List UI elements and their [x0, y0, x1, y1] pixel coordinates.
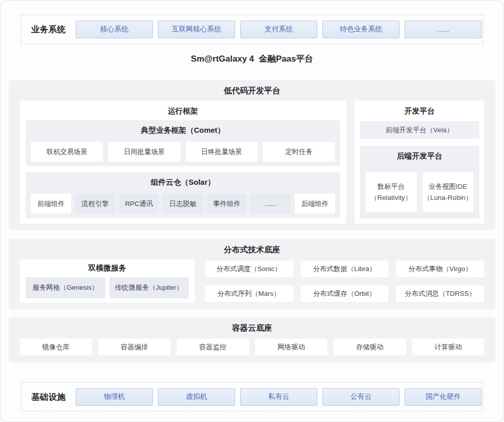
luna-robin-card-codename: （Luna-Robin） [423, 192, 472, 203]
infrastructure-box: 公有云 [322, 388, 400, 406]
business-system-box: 互联网核心系统 [158, 21, 235, 38]
infrastructure-box: 物理机 [76, 388, 153, 406]
infrastructure-items: 物理机 虚拟机 私有云 公有云 国产化硬件 [76, 388, 482, 406]
container-cloud-items: 镜像仓库 容器编排 容器监控 网络驱动 存储驱动 计算驱动 [20, 339, 484, 355]
dualmode-title: 双模微服务 [26, 262, 189, 274]
comet-item: 定时任务 [263, 142, 335, 162]
comet-item: 联机交易场景 [31, 142, 103, 162]
distributed-base-section: 分布式技术底座 双模微服务 服务网格（Genesis） 传统微服务（Jupite… [9, 239, 495, 309]
container-cloud-section: 容器云底座 镜像仓库 容器编排 容器监控 网络驱动 存储驱动 计算驱动 [9, 317, 495, 362]
solar-chip: ...... [251, 194, 291, 214]
genesis-mesh-card: 服务网格（Genesis） [26, 277, 105, 298]
business-systems-items: 核心系统 互联网核心系统 支付系统 特色业务系统 ...... [76, 21, 482, 38]
luna-robin-card-name: 业务视图IDE [428, 181, 467, 192]
runtime-framework-title: 运行框架 [26, 105, 340, 117]
distributed-service-card: 分布式消息（TDRSS） [396, 285, 484, 302]
distributed-service-card: 分布式序列（Mars） [205, 285, 293, 302]
comet-framework-title: 典型业务框架（Comet） [31, 124, 335, 136]
solar-component-title: 组件云仓（Solar） [31, 176, 335, 188]
business-systems-label: 业务系统 [21, 24, 76, 35]
dev-platform-title: 开发平台 [360, 105, 479, 117]
infrastructure-box: 虚拟机 [158, 388, 235, 406]
comet-items: 联机交易场景 日间批量场景 日终批量场景 定时任务 [31, 142, 335, 162]
solar-chip: 事件组件 [207, 194, 247, 214]
runtime-framework-panel: 运行框架 典型业务框架（Comet） 联机交易场景 日间批量场景 日终批量场景 … [20, 100, 346, 224]
backend-dev-panel: 后端开发平台 数标平台 （Relativity） 业务视图IDE （Luna-R… [360, 146, 479, 219]
relativity-card: 数标平台 （Relativity） [366, 172, 417, 212]
dualmode-microservice-panel: 双模微服务 服务网格（Genesis） 传统微服务（Jupiter） [20, 259, 195, 303]
infrastructure-box: 国产化硬件 [405, 388, 482, 406]
vela-frontend-card: 前端开发平台（Vela） [360, 121, 479, 139]
infrastructure-box: 私有云 [240, 388, 317, 406]
container-cloud-card: 镜像仓库 [20, 339, 92, 355]
solar-items: 前端组件 流程引擎 RPC通讯 日志脱敏 事件组件 ...... 后端组件 [31, 194, 335, 214]
backend-dev-title: 后端开发平台 [366, 150, 473, 162]
relativity-card-name: 数标平台 [377, 181, 405, 192]
distributed-service-card: 分布式调度（Sonic） [205, 260, 293, 277]
dualmode-cards: 服务网格（Genesis） 传统微服务（Jupiter） [26, 277, 189, 298]
backend-dev-cards: 数标平台 （Relativity） 业务视图IDE （Luna-Robin） [366, 172, 473, 212]
comet-item: 日终批量场景 [186, 142, 258, 162]
infrastructure-band: 基础设施 物理机 虚拟机 私有云 公有云 国产化硬件 [21, 382, 483, 411]
distributed-service-card: 分布式事物（Virgo） [396, 260, 484, 277]
distributed-base-title: 分布式技术底座 [20, 243, 484, 256]
solar-item-frontend: 前端组件 [31, 194, 71, 214]
solar-chip: RPC通讯 [119, 194, 159, 214]
distributed-services-grid: 分布式调度（Sonic） 分布式数据（Libra） 分布式事物（Virgo） 分… [205, 259, 484, 303]
dev-platform-panel: 开发平台 前端开发平台（Vela） 后端开发平台 数标平台 （Relativit… [355, 100, 484, 224]
platform-title: Sm@rtGalaxy 4 金融Paas平台 [9, 53, 495, 65]
infrastructure-label: 基础设施 [21, 391, 76, 403]
distributed-service-card: 分布式缓存（Orbit） [301, 285, 389, 302]
container-cloud-title: 容器云底座 [20, 322, 484, 335]
business-system-box: ...... [405, 21, 482, 38]
comet-framework-panel: 典型业务框架（Comet） 联机交易场景 日间批量场景 日终批量场景 定时任务 [26, 120, 340, 166]
comet-item: 日间批量场景 [108, 142, 180, 162]
jupiter-microservice-card: 传统微服务（Jupiter） [109, 277, 189, 298]
container-cloud-card: 容器监控 [177, 339, 249, 355]
solar-item-backend: 后端组件 [295, 194, 335, 214]
container-cloud-card: 计算驱动 [412, 339, 485, 355]
distributed-body: 双模微服务 服务网格（Genesis） 传统微服务（Jupiter） 分布式调度… [20, 259, 484, 303]
lowcode-body: 运行框架 典型业务框架（Comet） 联机交易场景 日间批量场景 日终批量场景 … [20, 100, 484, 224]
business-system-box: 支付系统 [240, 21, 317, 38]
business-system-box: 特色业务系统 [322, 21, 400, 38]
solar-chip: 日志脱敏 [163, 194, 203, 214]
solar-chip: 流程引擎 [75, 194, 115, 214]
luna-robin-card: 业务视图IDE （Luna-Robin） [423, 172, 474, 212]
container-cloud-card: 网络驱动 [255, 339, 328, 355]
solar-component-panel: 组件云仓（Solar） 前端组件 流程引擎 RPC通讯 日志脱敏 事件组件 ..… [26, 172, 340, 218]
relativity-card-codename: （Relativity） [370, 192, 412, 203]
container-cloud-card: 容器编排 [98, 339, 171, 355]
lowcode-platform-section: 低代码开发平台 运行框架 典型业务框架（Comet） 联机交易场景 日间批量场景… [9, 80, 495, 230]
business-system-box: 核心系统 [76, 21, 153, 38]
lowcode-platform-title: 低代码开发平台 [20, 84, 484, 97]
distributed-service-card: 分布式数据（Libra） [301, 260, 389, 277]
architecture-diagram: 业务系统 核心系统 互联网核心系统 支付系统 特色业务系统 ...... Sm@… [0, 0, 504, 422]
business-systems-band: 业务系统 核心系统 互联网核心系统 支付系统 特色业务系统 ...... [21, 15, 483, 44]
container-cloud-card: 存储驱动 [333, 339, 406, 355]
